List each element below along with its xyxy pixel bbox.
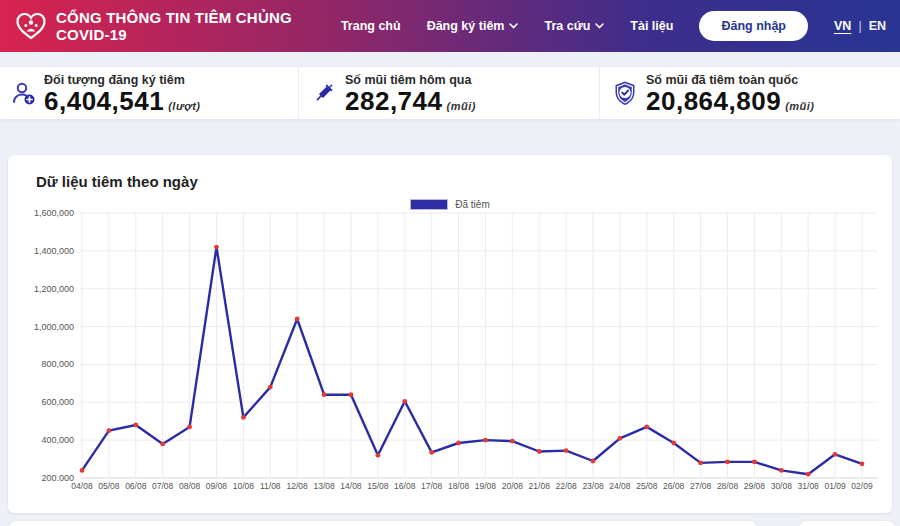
data-point[interactable]: [833, 452, 838, 457]
x-tick-label: 21/08: [529, 481, 551, 491]
nav-item-label: Đăng ký tiêm: [427, 19, 505, 33]
x-tick-label: 29/08: [744, 481, 766, 491]
x-tick-label: 27/08: [690, 481, 712, 491]
data-point[interactable]: [349, 392, 354, 397]
x-tick-label: 02/09: [851, 481, 873, 491]
next-section-card-right: [800, 521, 894, 526]
x-tick-label: 07/08: [152, 481, 174, 491]
x-tick-label: 15/08: [367, 481, 389, 491]
chart-card: Dữ liệu tiêm theo ngày Đã tiêm 1,600,000…: [8, 155, 892, 513]
data-point[interactable]: [80, 468, 85, 473]
x-tick-label: 13/08: [313, 481, 335, 491]
data-point[interactable]: [107, 428, 112, 433]
nav-item-label: Tài liệu: [630, 19, 673, 33]
data-point[interactable]: [725, 460, 730, 465]
data-point[interactable]: [402, 399, 407, 404]
x-tick-label: 24/08: [609, 481, 631, 491]
data-point[interactable]: [698, 461, 703, 466]
y-tick-label: 800,000: [41, 359, 74, 369]
x-tick-label: 05/08: [98, 481, 120, 491]
data-point[interactable]: [618, 436, 623, 441]
stats-bar: Đối tượng đăng ký tiêm6,404,541(lượt)Số …: [0, 67, 900, 119]
stat-label: Số mũi đã tiêm toàn quốc: [646, 73, 815, 87]
x-tick-label: 17/08: [421, 481, 443, 491]
stat-value: 20,864,809(mũi): [646, 88, 815, 114]
data-point[interactable]: [133, 423, 138, 428]
x-tick-label: 25/08: [636, 481, 658, 491]
stat-unit: (mũi): [785, 100, 814, 112]
x-tick-label: 14/08: [340, 481, 362, 491]
data-point[interactable]: [752, 460, 757, 465]
nav-item-tai-lieu[interactable]: Tài liệu: [630, 19, 673, 33]
vaccination-line-chart: 1,600,0001,400,0001,200,0001,000,000800,…: [8, 155, 892, 513]
data-point[interactable]: [295, 317, 300, 322]
data-point[interactable]: [456, 441, 461, 446]
data-point[interactable]: [806, 472, 811, 477]
stat-unit: (lượt): [168, 100, 200, 112]
lang-separator: |: [858, 19, 861, 33]
data-point[interactable]: [187, 425, 192, 430]
data-point[interactable]: [860, 461, 865, 466]
data-point[interactable]: [241, 415, 246, 420]
nav-item--ang-ky-tiem[interactable]: Đăng ký tiêm: [427, 19, 519, 33]
stat-label: Đối tượng đăng ký tiêm: [44, 73, 200, 87]
x-tick-label: 04/08: [71, 481, 93, 491]
data-point[interactable]: [214, 245, 219, 250]
x-tick-label: 11/08: [260, 481, 281, 491]
stat-card-so-mui-tiem-hom-qua: Số mũi tiêm hôm qua282,744(mũi): [298, 67, 599, 119]
shield-check-icon: [612, 80, 638, 106]
x-tick-label: 22/08: [555, 481, 577, 491]
next-section-card-left: [10, 521, 756, 526]
y-tick-label: 1,000,000: [34, 322, 74, 332]
nav-item-trang-chu[interactable]: Trang chủ: [341, 19, 401, 33]
y-tick-label: 1,200,000: [34, 284, 74, 294]
page-title: CỔNG THÔNG TIN TIÊM CHỦNG COVID-19: [56, 9, 341, 43]
x-tick-label: 09/08: [206, 481, 228, 491]
data-point[interactable]: [268, 385, 273, 390]
stat-label: Số mũi tiêm hôm qua: [345, 73, 476, 87]
login-button[interactable]: Đăng nhập: [699, 11, 808, 41]
x-tick-label: 01/09: [824, 481, 846, 491]
x-tick-label: 18/08: [448, 481, 470, 491]
nav-item-tra-cuu[interactable]: Tra cứu: [544, 19, 604, 33]
heart-people-icon: [14, 11, 48, 41]
data-point[interactable]: [322, 392, 327, 397]
x-tick-label: 20/08: [502, 481, 524, 491]
data-point[interactable]: [591, 459, 596, 464]
y-tick-label: 400,000: [41, 435, 74, 445]
nav-item-label: Trang chủ: [341, 19, 401, 33]
data-point[interactable]: [779, 468, 784, 473]
stat-value: 6,404,541(lượt): [44, 88, 200, 114]
x-tick-label: 19/08: [475, 481, 497, 491]
x-tick-label: 16/08: [394, 481, 416, 491]
add-user-icon: [10, 80, 36, 106]
data-point[interactable]: [376, 453, 381, 458]
data-point[interactable]: [537, 449, 542, 454]
data-point[interactable]: [483, 438, 488, 443]
x-tick-label: 10/08: [233, 481, 255, 491]
lang-en[interactable]: EN: [869, 19, 886, 33]
y-tick-label: 600,000: [41, 397, 74, 407]
main-nav: Trang chủĐăng ký tiêmTra cứuTài liệuĐăng…: [341, 11, 886, 41]
data-point[interactable]: [564, 448, 569, 453]
data-point[interactable]: [429, 450, 434, 455]
data-point[interactable]: [510, 439, 515, 444]
x-tick-label: 26/08: [663, 481, 685, 491]
stat-unit: (mũi): [446, 100, 475, 112]
x-tick-label: 08/08: [179, 481, 201, 491]
y-tick-label: 200.000: [41, 473, 74, 483]
chevron-down-icon: [595, 23, 604, 29]
app-header: CỔNG THÔNG TIN TIÊM CHỦNG COVID-19 Trang…: [0, 0, 900, 52]
language-switch: VN|EN: [834, 19, 886, 33]
x-tick-label: 31/08: [798, 481, 820, 491]
lang-vn[interactable]: VN: [834, 19, 851, 33]
stat-value: 282,744(mũi): [345, 88, 476, 114]
data-point[interactable]: [671, 441, 676, 446]
data-point[interactable]: [160, 442, 165, 447]
x-tick-label: 28/08: [717, 481, 739, 491]
y-tick-label: 1,400,000: [34, 246, 74, 256]
y-tick-label: 1,600,000: [34, 208, 74, 218]
stat-card--oi-tuong-ang-ky-tiem: Đối tượng đăng ký tiêm6,404,541(lượt): [0, 67, 298, 119]
x-tick-label: 12/08: [287, 481, 309, 491]
data-point[interactable]: [644, 425, 649, 430]
